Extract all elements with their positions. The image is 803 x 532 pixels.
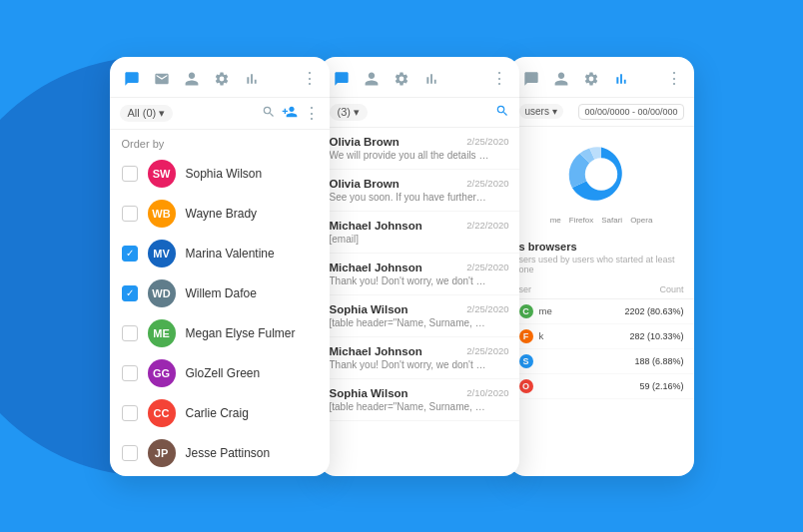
contact-item[interactable]: MEMegan Elyse Fulmer: [110, 313, 330, 353]
browser-icon: C: [519, 304, 533, 318]
more-menu-icon[interactable]: ⋮: [302, 69, 318, 88]
contact-name: Willem Dafoe: [186, 286, 257, 300]
panel2-toolbar: ⋮: [320, 57, 519, 98]
contact-name: Sophia Wilson: [186, 167, 263, 181]
contact-checkbox[interactable]: [122, 246, 138, 262]
contact-item[interactable]: JPJesse Pattinson: [110, 433, 330, 473]
panel2-settings-icon[interactable]: [392, 69, 411, 89]
chat-icon[interactable]: [122, 69, 142, 89]
contact-item[interactable]: WBWayne Brady: [110, 194, 330, 234]
message-date: 2/25/2020: [466, 262, 508, 272]
contact-checkbox[interactable]: [122, 325, 138, 341]
message-item[interactable]: Sophia Wilson2/25/2020[table header="Nam…: [320, 295, 519, 337]
message-date: 2/25/2020: [466, 136, 508, 147]
message-sender: Olivia Brown: [330, 178, 400, 190]
contact-checkbox[interactable]: [122, 206, 138, 222]
analytics-panel: ⋮ users ▾ 00/00/0000 - 00/00/000: [509, 57, 694, 476]
analytics-icon[interactable]: [242, 69, 262, 89]
browser-count: 282 (10.33%): [629, 331, 683, 341]
message-item[interactable]: Michael Johnson2/22/2020[email]: [320, 212, 519, 254]
message-preview: Thank you! Don't worry, we don't do sp..…: [330, 359, 489, 370]
message-sender: Sophia Wilson: [330, 303, 408, 315]
message-item[interactable]: Michael Johnson2/25/2020Thank you! Don't…: [320, 254, 519, 295]
contact-checkbox[interactable]: [122, 166, 138, 182]
browser-row: O59 (2.16%): [509, 374, 694, 399]
contact-name: Carlie Craig: [186, 406, 249, 420]
svg-point-0: [585, 158, 617, 190]
contact-name: Marina Valentine: [186, 247, 275, 261]
browser-table-header: ser Count: [509, 280, 694, 299]
message-icon[interactable]: [152, 69, 172, 89]
contact-item[interactable]: GGGloZell Green: [110, 353, 330, 393]
panel2-chat-icon[interactable]: [332, 69, 352, 89]
date-range[interactable]: 00/00/0000 - 00/00/000: [578, 104, 683, 120]
settings-icon[interactable]: [212, 69, 232, 89]
search-button[interactable]: [262, 105, 276, 122]
browser-col2-header: Count: [659, 284, 683, 294]
contact-checkbox[interactable]: [122, 285, 138, 301]
panel2-filter-badge[interactable]: (3) ▾: [330, 104, 368, 121]
panel2-analytics-icon[interactable]: [421, 69, 441, 89]
message-preview: [email]: [330, 234, 489, 245]
contact-avatar: SW: [148, 160, 176, 188]
contact-avatar: WB: [148, 200, 176, 228]
contact-checkbox[interactable]: [122, 445, 138, 461]
contact-checkbox[interactable]: [122, 365, 138, 381]
message-preview: See you soon. If you have further ques..…: [330, 192, 489, 203]
contact-avatar: JP: [148, 439, 176, 467]
panel3-analytics-icon[interactable]: [611, 69, 631, 89]
filter-badge[interactable]: All (0) ▾: [120, 105, 174, 122]
message-date: 2/25/2020: [466, 303, 508, 314]
analytics-filter-row: users ▾ 00/00/0000 - 00/00/000: [509, 98, 694, 127]
panel2-person-icon[interactable]: [362, 69, 382, 89]
message-sender: Sophia Wilson: [330, 387, 408, 399]
contact-name: GloZell Green: [186, 366, 261, 380]
message-preview: We will provide you all the details via …: [330, 150, 489, 161]
browser-icon: F: [519, 329, 533, 343]
messages-list: Olivia Brown2/25/2020We will provide you…: [320, 128, 519, 421]
message-date: 2/10/2020: [466, 387, 508, 398]
browser-col1-header: ser: [519, 284, 532, 294]
message-item[interactable]: Michael Johnson2/25/2020Thank you! Don't…: [320, 337, 519, 379]
browser-count: 188 (6.88%): [634, 356, 683, 366]
panel3-more-icon[interactable]: ⋮: [666, 69, 682, 88]
contacts-list: SWSophia WilsonWBWayne BradyMVMarina Val…: [110, 154, 330, 476]
panel2-filter-label: (3): [338, 106, 351, 118]
person-icon[interactable]: [182, 69, 202, 89]
contact-item[interactable]: SWSophia Wilson: [110, 154, 330, 194]
panel2-more-icon[interactable]: ⋮: [491, 69, 507, 88]
search-more-icon[interactable]: ⋮: [304, 104, 320, 123]
browser-name: k: [539, 330, 544, 341]
contact-item[interactable]: MVMarina Valentine: [110, 234, 330, 273]
contact-avatar: WD: [148, 279, 176, 307]
messages-panel: ⋮ (3) ▾ Olivia Brown2/25/2020We will pro…: [320, 57, 519, 476]
panel3-chat-icon[interactable]: [521, 69, 541, 89]
contact-item[interactable]: WDWillem Dafoe: [110, 273, 330, 313]
contact-avatar: GG: [148, 359, 176, 387]
browser-icon: O: [519, 379, 533, 393]
panel3-toolbar: ⋮: [509, 57, 694, 98]
panel1-search-row: All (0) ▾ ⋮: [110, 98, 330, 130]
panel2-search-button[interactable]: [495, 104, 509, 121]
message-item[interactable]: Olivia Brown2/25/2020We will provide you…: [320, 128, 519, 170]
message-date: 2/25/2020: [466, 178, 508, 189]
contact-item[interactable]: MJMichael Johnson: [110, 473, 330, 476]
panel3-person-icon[interactable]: [551, 69, 571, 89]
users-filter[interactable]: users ▾: [519, 104, 563, 119]
browser-count: 59 (2.16%): [639, 381, 683, 391]
message-sender: Olivia Brown: [330, 136, 400, 148]
panel3-settings-icon[interactable]: [581, 69, 601, 89]
add-person-button[interactable]: [282, 104, 298, 123]
message-item[interactable]: Olivia Brown2/25/2020See you soon. If yo…: [320, 170, 519, 212]
contact-avatar: ME: [148, 319, 176, 347]
message-item[interactable]: Sophia Wilson2/10/2020[table header="Nam…: [320, 379, 519, 421]
panel1-toolbar: ⋮: [110, 57, 330, 98]
filter-chevron: ▾: [159, 107, 165, 120]
browser-row: Fk282 (10.33%): [509, 324, 694, 349]
browser-row: Cme2202 (80.63%): [509, 299, 694, 324]
message-preview: [table header="Name, Surname, Email": [330, 401, 489, 412]
contact-name: Wayne Brady: [186, 207, 258, 221]
panel2-search-row: (3) ▾: [320, 98, 519, 128]
contact-checkbox[interactable]: [122, 405, 138, 421]
contact-item[interactable]: CCCarlie Craig: [110, 393, 330, 433]
